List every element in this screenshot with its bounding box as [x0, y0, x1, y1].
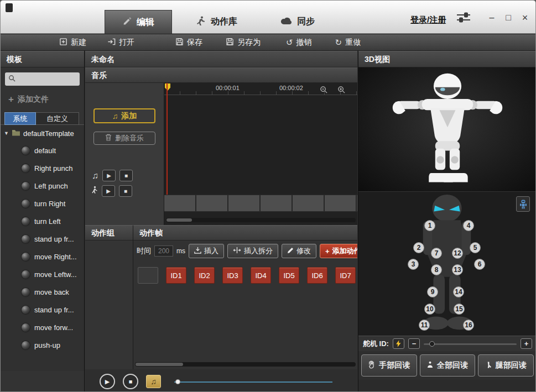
insert-split-button[interactable]: 插入拆分: [227, 244, 278, 258]
playback-stop-button[interactable]: ■: [123, 374, 138, 389]
motion-sphere-icon: [22, 306, 30, 314]
tab-edit[interactable]: 编辑: [105, 10, 172, 34]
login-register-link[interactable]: 登录/注册: [410, 15, 446, 25]
play-icon: ▶: [106, 188, 111, 194]
tree-item-turn-right[interactable]: turn Right: [1, 195, 84, 212]
insert-button[interactable]: 插入: [189, 244, 224, 258]
servo-9[interactable]: 9: [427, 286, 438, 297]
servo-1[interactable]: 1: [424, 220, 435, 231]
action-frame-title: 动作帧: [133, 225, 357, 241]
save-as-button[interactable]: 另存为: [226, 38, 261, 48]
tree-item-default[interactable]: default: [1, 142, 84, 159]
tree-item-move-right[interactable]: move Right...: [1, 248, 84, 265]
modify-button[interactable]: 修改: [282, 244, 316, 258]
robot-diagram: [381, 193, 513, 334]
servo-13[interactable]: 13: [452, 264, 463, 275]
servo-id-slider[interactable]: [424, 341, 517, 347]
motion-sphere-icon: [22, 288, 30, 296]
tab-system[interactable]: 系统: [4, 112, 36, 125]
servo-16[interactable]: 16: [463, 320, 474, 331]
tree-item-move-forward[interactable]: move forw...: [1, 318, 84, 336]
motion-sphere-icon: [22, 147, 30, 155]
servo-plus-button[interactable]: +: [521, 338, 532, 349]
add-action-button[interactable]: + 添加动作: [320, 244, 357, 258]
servo-7[interactable]: 7: [431, 248, 442, 259]
bolt-button[interactable]: [393, 338, 404, 349]
id-column-3[interactable]: ID3: [222, 267, 243, 284]
save-button[interactable]: 保存: [175, 38, 202, 48]
servo-diagram-panel: 1 2 3 4 5 6 7 8 9 10 11 12 13 14 15 16: [358, 192, 536, 336]
music-stop-button[interactable]: ■: [119, 170, 133, 181]
music-timeline[interactable]: 00:00:01 00:00:02: [164, 83, 357, 225]
undo-button[interactable]: ↺ 撤销: [286, 38, 312, 48]
servo-11[interactable]: 11: [419, 320, 430, 331]
redo-button[interactable]: ↻ 重做: [335, 38, 361, 48]
tab-sync[interactable]: 同步: [273, 10, 322, 34]
minimize-button[interactable]: –: [485, 12, 498, 24]
motion-stop-button[interactable]: ■: [119, 185, 132, 197]
all-readback-button[interactable]: 全部回读: [420, 354, 476, 377]
motion-play-button[interactable]: ▶: [102, 185, 115, 197]
id-column-6[interactable]: ID6: [307, 267, 327, 284]
trash-icon: [105, 134, 112, 143]
add-file-button[interactable]: + 添加文件: [8, 94, 84, 105]
robot-3d-viewport[interactable]: [358, 67, 536, 192]
tree-item-stand-up-front-2[interactable]: stand up fr...: [1, 301, 84, 318]
id-column-2[interactable]: ID2: [194, 267, 215, 284]
tree-item-move-back[interactable]: move back: [1, 283, 84, 301]
stop-icon: ■: [124, 173, 128, 179]
time-input[interactable]: [154, 245, 173, 257]
timeline-scroll-thumb[interactable]: [166, 218, 192, 222]
servo-minus-button[interactable]: −: [408, 338, 420, 349]
hand-readback-button[interactable]: 手部回读: [361, 354, 417, 377]
leg-readback-button[interactable]: 腿部回读: [478, 354, 534, 377]
new-button[interactable]: 新建: [59, 38, 86, 48]
id-column-5[interactable]: ID5: [279, 267, 299, 284]
tab-custom[interactable]: 自定义: [36, 112, 79, 125]
mini-robot-icon[interactable]: [516, 196, 530, 212]
servo-4[interactable]: 4: [463, 220, 474, 231]
zoom-out-icon[interactable]: [319, 85, 329, 95]
tree-item-stand-up-front[interactable]: stand up fr...: [1, 230, 84, 248]
tree-item-label: push-up: [34, 341, 60, 349]
servo-slider-knob[interactable]: [429, 341, 435, 347]
servo-slider-track: [424, 343, 517, 345]
servo-14[interactable]: 14: [453, 286, 464, 297]
servo-3[interactable]: 3: [408, 259, 419, 270]
id-column-1[interactable]: ID1: [166, 267, 186, 284]
playback-slider-knob[interactable]: [175, 379, 180, 384]
save-as-label: 另存为: [237, 38, 261, 48]
music-toggle-button[interactable]: ♫: [146, 375, 161, 388]
tree-item-left-punch[interactable]: Left punch: [1, 177, 84, 195]
servo-12[interactable]: 12: [452, 248, 463, 259]
tree-item-push-up[interactable]: push-up: [1, 336, 84, 354]
frame-scroll-thumb[interactable]: [136, 363, 183, 366]
playback-slider[interactable]: [174, 379, 332, 384]
tree-folder-default-template[interactable]: ▼ defaultTemplate: [1, 125, 84, 142]
servo-2[interactable]: 2: [413, 242, 424, 253]
tree-item-right-punch[interactable]: Right punch: [1, 159, 84, 177]
servo-15[interactable]: 15: [454, 304, 465, 315]
time-label: 时间: [137, 246, 151, 256]
servo-6[interactable]: 6: [474, 259, 485, 270]
open-button[interactable]: 打开: [107, 38, 134, 48]
tree-item-move-left[interactable]: move Leftw...: [1, 265, 84, 283]
tree-item-label: default: [34, 147, 56, 155]
id-column-4[interactable]: ID4: [251, 267, 271, 284]
add-music-button[interactable]: ♫ 添加: [93, 108, 155, 123]
zoom-in-icon[interactable]: [336, 85, 346, 95]
tab-action-library[interactable]: 动作库: [188, 10, 245, 34]
id-column-7[interactable]: ID7: [335, 267, 356, 284]
delete-music-button[interactable]: 删除音乐: [93, 132, 155, 145]
close-button[interactable]: ×: [518, 12, 532, 24]
music-play-button[interactable]: ▶: [102, 170, 116, 181]
playback-play-button[interactable]: ▶: [100, 374, 115, 389]
servo-10[interactable]: 10: [424, 304, 435, 315]
servo-5[interactable]: 5: [470, 242, 481, 253]
servo-8[interactable]: 8: [431, 264, 442, 275]
maximize-button[interactable]: □: [502, 12, 515, 24]
settings-sliders-icon[interactable]: [454, 10, 473, 24]
tab-sync-label: 同步: [297, 16, 315, 28]
search-input[interactable]: [18, 75, 76, 83]
tree-item-turn-left[interactable]: turn Left: [1, 212, 84, 230]
